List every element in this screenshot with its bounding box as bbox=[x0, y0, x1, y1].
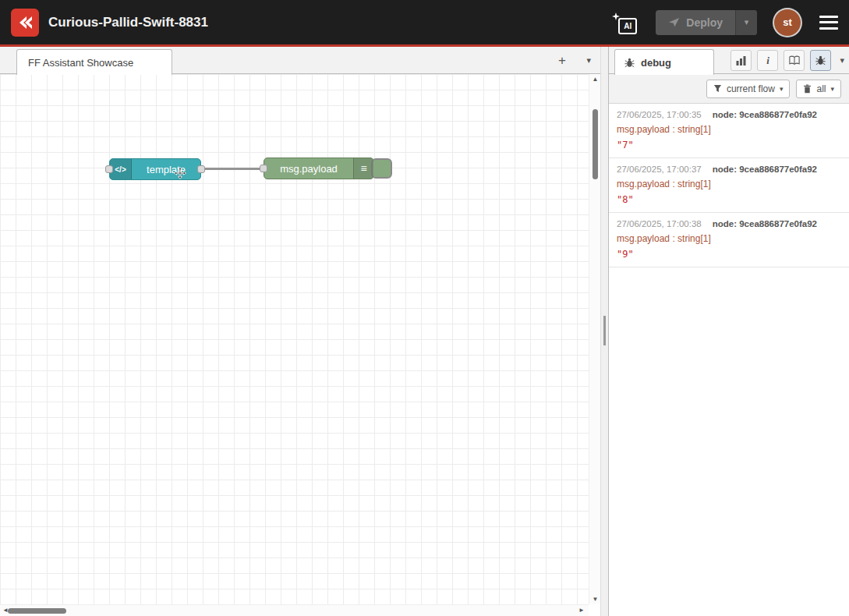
message-property[interactable]: msg.payload bbox=[617, 233, 670, 244]
deploy-options-button[interactable]: ▾ bbox=[735, 10, 757, 35]
message-timestamp: 27/06/2025, 17:00:35 bbox=[617, 110, 702, 119]
sidebar: debug i bbox=[609, 47, 849, 616]
template-code-icon: </> bbox=[110, 159, 132, 179]
message-node-id[interactable]: node: 9cea886877e0fa92 bbox=[713, 219, 817, 228]
menu-bar bbox=[819, 21, 838, 23]
message-meta: 27/06/2025, 17:00:35 node: 9cea886877e0f… bbox=[617, 110, 841, 119]
main-menu-button[interactable] bbox=[819, 16, 838, 30]
debug-flow-filter-button[interactable]: current flow ▾ bbox=[706, 80, 791, 98]
message-property-line: msg.payload : string[1] bbox=[617, 233, 841, 244]
debug-clear-button[interactable]: all ▾ bbox=[796, 80, 841, 98]
horizontal-scrollbar[interactable]: ◄ ► bbox=[0, 604, 589, 616]
flow-tab[interactable]: FF Assistant Showcase bbox=[16, 49, 172, 75]
scroll-down-icon[interactable]: ▼ bbox=[589, 596, 601, 603]
message-timestamp: 27/06/2025, 17:00:38 bbox=[617, 219, 702, 228]
lines-glyph: ≡ bbox=[360, 162, 366, 175]
avatar-initials: st bbox=[783, 16, 792, 28]
add-flow-button[interactable]: + bbox=[554, 52, 571, 69]
trash-icon bbox=[803, 84, 812, 94]
debug-toolbar: current flow ▾ all ▾ bbox=[609, 74, 849, 104]
message-meta: 27/06/2025, 17:00:37 node: 9cea886877e0f… bbox=[617, 165, 841, 174]
deploy-button[interactable]: Deploy bbox=[656, 10, 735, 35]
node-debug[interactable]: msg.payload ≡ bbox=[264, 158, 374, 179]
chevron-down-icon: ▾ bbox=[745, 17, 749, 27]
tab-dashboard[interactable] bbox=[730, 50, 752, 71]
output-port[interactable] bbox=[197, 165, 205, 173]
bug-icon bbox=[815, 55, 826, 65]
flow-list-button[interactable]: ▾ bbox=[586, 55, 591, 65]
debug-message: 27/06/2025, 17:00:35 node: 9cea886877e0f… bbox=[609, 104, 849, 158]
input-port[interactable] bbox=[260, 165, 267, 172]
message-type: string[1] bbox=[677, 124, 711, 135]
message-value: "7" bbox=[617, 140, 841, 150]
message-node-id[interactable]: node: 9cea886877e0fa92 bbox=[713, 110, 817, 119]
logo-glyph bbox=[16, 13, 34, 32]
instance-title: Curious-Pallid-Swift-8831 bbox=[48, 15, 208, 30]
message-node-id[interactable]: node: 9cea886877e0fa92 bbox=[713, 165, 817, 174]
ai-assistant-button[interactable]: AI bbox=[610, 9, 639, 36]
horizontal-scroll-thumb[interactable] bbox=[8, 608, 66, 614]
flowfuse-logo-icon[interactable] bbox=[11, 9, 39, 37]
sidebar-tabs-menu-button[interactable]: ▾ bbox=[840, 55, 844, 65]
tab-help[interactable] bbox=[784, 50, 805, 71]
scroll-up-icon[interactable]: ▲ bbox=[589, 76, 601, 83]
ai-label: AI bbox=[618, 18, 637, 34]
message-property[interactable]: msg.payload bbox=[617, 179, 670, 189]
node-debug-label: msg.payload bbox=[264, 163, 353, 175]
chevron-down-icon: ▾ bbox=[586, 55, 591, 65]
message-type: string[1] bbox=[677, 233, 711, 244]
deploy-icon bbox=[668, 16, 680, 28]
message-property-line: msg.payload : string[1] bbox=[617, 179, 841, 189]
vertical-scroll-thumb[interactable] bbox=[593, 109, 598, 179]
bar-chart-icon bbox=[736, 56, 746, 65]
message-separator: : bbox=[670, 233, 677, 244]
message-value: "9" bbox=[617, 249, 841, 260]
node-template-label: template bbox=[132, 164, 200, 175]
debug-toggle-button[interactable] bbox=[371, 158, 392, 179]
debug-output-icon: ≡ bbox=[353, 158, 373, 179]
tab-info[interactable]: i bbox=[757, 50, 778, 71]
tab-debug-label: debug bbox=[641, 57, 671, 69]
scroll-right-icon[interactable]: ► bbox=[578, 607, 585, 614]
message-meta: 27/06/2025, 17:00:38 node: 9cea886877e0f… bbox=[617, 219, 841, 228]
vertical-scrollbar[interactable]: ▲ ▼ bbox=[589, 74, 600, 604]
flow-tab-label: FF Assistant Showcase bbox=[28, 57, 133, 69]
node-red-app: Curious-Pallid-Swift-8831 AI Deploy ▾ bbox=[0, 0, 849, 616]
workspace-tab-bar: FF Assistant Showcase + ▾ bbox=[0, 47, 600, 74]
menu-bar bbox=[819, 16, 838, 18]
user-avatar[interactable]: st bbox=[774, 9, 801, 36]
message-timestamp: 27/06/2025, 17:00:37 bbox=[617, 165, 702, 174]
message-type: string[1] bbox=[677, 179, 711, 189]
message-separator: : bbox=[670, 179, 677, 189]
sidebar-tab-bar: debug i bbox=[609, 47, 849, 74]
header-actions: AI Deploy ▾ st bbox=[610, 9, 838, 36]
deploy-label: Deploy bbox=[686, 16, 723, 29]
debug-message: 27/06/2025, 17:00:38 node: 9cea886877e0f… bbox=[609, 213, 849, 267]
header: Curious-Pallid-Swift-8831 AI Deploy ▾ bbox=[0, 0, 849, 47]
deploy-button-group: Deploy ▾ bbox=[656, 10, 757, 35]
splitter-handle bbox=[603, 316, 606, 345]
chevron-down-icon: ▾ bbox=[780, 85, 784, 93]
book-icon bbox=[789, 55, 800, 65]
info-icon: i bbox=[766, 55, 769, 67]
sidebar-splitter[interactable] bbox=[600, 47, 609, 616]
scope-filter-label: all bbox=[816, 83, 826, 94]
message-value: "8" bbox=[617, 194, 841, 205]
tab-debug-icon-button[interactable] bbox=[810, 50, 831, 71]
wire[interactable] bbox=[201, 168, 264, 170]
input-port[interactable] bbox=[105, 165, 113, 173]
flow-filter-label: current flow bbox=[727, 83, 775, 94]
sidebar-tab-icons: i bbox=[730, 50, 844, 71]
menu-bar bbox=[819, 27, 838, 30]
node-template[interactable]: </> template bbox=[109, 158, 201, 180]
debug-message-list: 27/06/2025, 17:00:35 node: 9cea886877e0f… bbox=[609, 104, 849, 616]
message-property[interactable]: msg.payload bbox=[617, 124, 670, 135]
chevron-down-icon: ▾ bbox=[830, 85, 834, 93]
flow-canvas[interactable]: </> template msg.payload ≡ bbox=[0, 74, 589, 604]
bug-icon bbox=[624, 58, 635, 68]
debug-message: 27/06/2025, 17:00:37 node: 9cea886877e0f… bbox=[609, 158, 849, 213]
filter-icon bbox=[713, 84, 722, 93]
message-property-line: msg.payload : string[1] bbox=[617, 124, 841, 135]
tab-debug[interactable]: debug bbox=[614, 49, 714, 75]
message-separator: : bbox=[670, 124, 677, 135]
